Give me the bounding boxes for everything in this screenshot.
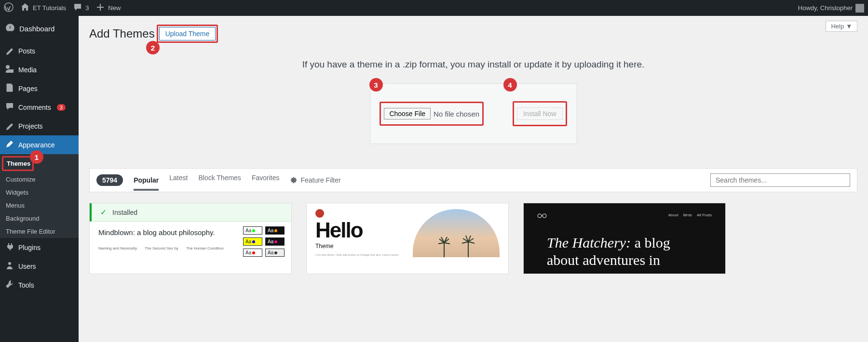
upload-box: 3 4 Choose File No file chosen Install N…: [370, 83, 577, 144]
theme-count: 5794: [96, 174, 123, 186]
sidebar-tools-label: Tools: [18, 281, 34, 289]
callout-2: 2: [146, 41, 160, 54]
new-link[interactable]: New: [95, 2, 121, 13]
sidebar-tools[interactable]: Tools: [0, 276, 79, 294]
sidebar-appearance-label: Appearance: [18, 141, 55, 149]
filter-tab-popular[interactable]: Popular: [134, 176, 159, 191]
binoculars-icon: [537, 213, 547, 220]
theme-preview-1: Mindblown: a blog about philosophy. Nami…: [90, 222, 291, 272]
sidebar-media[interactable]: Media: [0, 60, 79, 79]
theme-card-2[interactable]: Hello Theme I am text block. Click edit …: [306, 203, 509, 274]
sidebar-posts[interactable]: Posts: [0, 41, 79, 60]
no-file-label: No file chosen: [434, 110, 479, 118]
submenu-themes-label: Themes: [7, 160, 30, 167]
submenu-theme-file-editor[interactable]: Theme File Editor: [0, 225, 79, 238]
sidebar-projects[interactable]: Projects: [0, 117, 79, 135]
install-now-button[interactable]: Install Now: [517, 107, 562, 120]
installed-badge: ✓ Installed: [90, 203, 291, 222]
submenu-widgets[interactable]: Widgets: [0, 186, 79, 199]
wp-logo[interactable]: [4, 2, 14, 13]
logo-dot-icon: [315, 209, 324, 218]
svg-point-3: [542, 214, 546, 218]
search-themes-input[interactable]: [710, 173, 850, 187]
check-icon: ✓: [100, 208, 107, 217]
theme-preview-2: Hello Theme I am text block. Click edit …: [307, 203, 508, 274]
theme-preview-3: About Birds All Posts The Hatchery: a bl…: [524, 203, 725, 274]
sidebar-plugins-label: Plugins: [18, 244, 41, 251]
filter-tab-favorites[interactable]: Favorites: [252, 174, 280, 186]
appearance-submenu: Themes 1 Customize Widgets Menus Backgro…: [0, 154, 79, 238]
feature-filter-button[interactable]: Feature Filter: [290, 176, 340, 184]
filter-tab-block[interactable]: Block Themes: [198, 174, 241, 186]
callout-1: 1: [30, 150, 43, 164]
avatar-icon: [855, 4, 864, 13]
sidebar-pages-label: Pages: [18, 85, 38, 92]
sidebar-pages[interactable]: Pages: [0, 79, 79, 98]
submenu-background[interactable]: Background: [0, 212, 79, 225]
choose-file-button[interactable]: Choose File: [384, 108, 431, 119]
sidebar-plugins[interactable]: Plugins: [0, 238, 79, 257]
gear-icon: [290, 176, 298, 184]
sidebar-dashboard[interactable]: Dashboard: [0, 16, 79, 41]
site-name-label: ET Tutorials: [33, 4, 66, 12]
comments-count: 3: [85, 4, 89, 12]
sidebar-users[interactable]: Users: [0, 257, 79, 276]
site-link[interactable]: ET Tutorials: [20, 2, 66, 13]
submenu-customize[interactable]: Customize: [0, 173, 79, 186]
admin-sidebar: Dashboard Posts Media Pages Comments 3 P…: [0, 16, 79, 342]
sidebar-comments[interactable]: Comments 3: [0, 98, 79, 117]
themes-grid: ✓ Installed Mindblown: a blog about phil…: [89, 203, 857, 274]
theme-card-1[interactable]: ✓ Installed Mindblown: a blog about phil…: [89, 203, 292, 274]
filter-tab-latest[interactable]: Latest: [169, 174, 188, 186]
sunset-image: [413, 209, 500, 257]
callout-4: 4: [503, 78, 517, 92]
comments-link[interactable]: 3: [73, 2, 89, 13]
svg-point-2: [538, 214, 542, 218]
sidebar-media-label: Media: [18, 66, 37, 74]
account-link[interactable]: Howdy, Christopher: [798, 4, 864, 13]
admin-toolbar: ET Tutorials 3 New Howdy, Christopher: [0, 0, 868, 16]
page-title: Add Themes: [89, 27, 155, 40]
upload-instructions: If you have a theme in a .zip format, yo…: [89, 59, 857, 70]
sidebar-projects-label: Projects: [18, 122, 43, 130]
submenu-themes[interactable]: Themes: [4, 158, 32, 169]
submenu-menus[interactable]: Menus: [0, 199, 79, 212]
comments-badge: 3: [57, 104, 66, 111]
main-content: Help ▼ Add Themes Upload Theme 2 If you …: [79, 16, 868, 342]
new-label: New: [108, 4, 121, 12]
theme-filter-bar: 5794 Popular Latest Block Themes Favorit…: [89, 168, 857, 192]
svg-point-1: [8, 262, 11, 265]
callout-3: 3: [369, 78, 383, 92]
sidebar-users-label: Users: [18, 263, 36, 270]
sidebar-dashboard-label: Dashboard: [19, 25, 54, 33]
howdy-label: Howdy, Christopher: [798, 4, 853, 12]
sidebar-comments-label: Comments: [18, 104, 51, 111]
upload-theme-button[interactable]: Upload Theme: [159, 27, 216, 40]
theme-card-3[interactable]: About Birds All Posts The Hatchery: a bl…: [523, 203, 726, 274]
sidebar-posts-label: Posts: [18, 47, 35, 55]
